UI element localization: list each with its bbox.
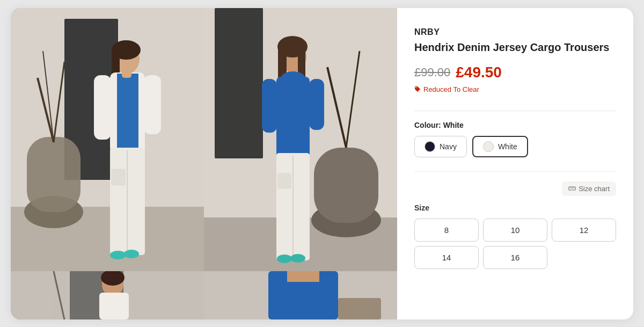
svg-point-17 xyxy=(110,251,126,259)
svg-rect-35 xyxy=(276,77,310,157)
svg-rect-20 xyxy=(144,75,161,134)
size-8-button[interactable]: 8 xyxy=(414,219,479,242)
original-price: £99.00 xyxy=(414,66,450,79)
size-chart-label: Size chart xyxy=(579,185,610,193)
ruler-icon xyxy=(568,185,576,192)
size-14-button[interactable]: 14 xyxy=(414,246,479,269)
product-image-thumb-left[interactable] xyxy=(11,271,204,319)
colour-options: Navy White xyxy=(414,136,616,157)
white-swatch xyxy=(483,141,494,152)
size-10-button[interactable]: 10 xyxy=(483,219,547,242)
svg-rect-24 xyxy=(215,8,263,158)
svg-rect-15 xyxy=(112,169,125,185)
product-detail: NRBY Hendrix Denim Jersey Cargo Trousers… xyxy=(397,8,633,319)
size-grid: 8 10 12 14 16 xyxy=(414,219,616,269)
colour-white-button[interactable]: White xyxy=(472,136,528,157)
svg-rect-27 xyxy=(314,148,378,223)
sale-price: £49.50 xyxy=(456,64,502,81)
product-image-main-right[interactable] xyxy=(204,8,397,271)
size-label: Size xyxy=(414,204,616,212)
svg-rect-5 xyxy=(27,137,80,212)
badge-text: Reduced To Clear xyxy=(423,85,479,93)
svg-rect-13 xyxy=(117,74,138,153)
svg-rect-48 xyxy=(99,293,129,319)
svg-point-36 xyxy=(281,71,305,84)
divider-2 xyxy=(414,171,616,172)
svg-rect-43 xyxy=(309,79,324,130)
svg-point-41 xyxy=(290,254,305,263)
svg-point-54 xyxy=(415,87,416,88)
size-chart-button[interactable]: Size chart xyxy=(562,181,616,196)
size-12-button[interactable]: 12 xyxy=(552,219,616,242)
navy-label: Navy xyxy=(440,142,457,151)
colour-selected: White xyxy=(443,121,464,129)
svg-rect-42 xyxy=(262,79,277,133)
svg-rect-52 xyxy=(287,271,319,282)
reduced-badge: Reduced To Clear xyxy=(414,85,616,93)
svg-rect-19 xyxy=(94,75,111,140)
svg-rect-53 xyxy=(338,298,381,319)
size-chart-row: Size chart xyxy=(414,181,616,196)
divider xyxy=(414,111,616,111)
svg-point-18 xyxy=(124,250,139,258)
product-card: NRBY Hendrix Denim Jersey Cargo Trousers… xyxy=(11,8,633,319)
product-name: Hendrix Denim Jersey Cargo Trousers xyxy=(414,40,616,54)
size-16-button[interactable]: 16 xyxy=(483,246,547,269)
product-image-thumb-right[interactable] xyxy=(204,271,397,319)
tag-icon xyxy=(414,86,421,92)
svg-rect-21 xyxy=(122,67,131,78)
svg-point-40 xyxy=(277,255,292,263)
product-images xyxy=(11,8,397,319)
brand-name: NRBY xyxy=(414,27,616,37)
colour-label: Colour: White xyxy=(414,121,616,129)
price-row: £99.00 £49.50 xyxy=(414,64,616,81)
product-image-main-left[interactable] xyxy=(11,8,204,271)
svg-rect-38 xyxy=(278,173,291,188)
colour-navy-button[interactable]: Navy xyxy=(414,136,467,157)
navy-swatch xyxy=(425,141,435,152)
white-label: White xyxy=(498,142,517,151)
